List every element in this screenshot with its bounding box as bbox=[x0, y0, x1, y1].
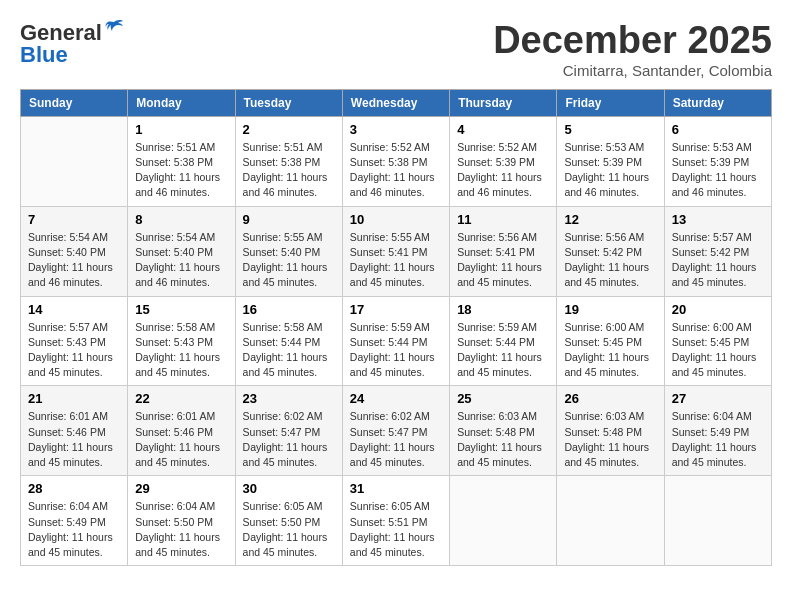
day-number: 12 bbox=[564, 212, 656, 227]
day-info: Sunrise: 6:03 AMSunset: 5:48 PMDaylight:… bbox=[564, 409, 656, 470]
calendar-cell: 8Sunrise: 5:54 AMSunset: 5:40 PMDaylight… bbox=[128, 206, 235, 296]
day-number: 9 bbox=[243, 212, 335, 227]
day-number: 25 bbox=[457, 391, 549, 406]
day-number: 19 bbox=[564, 302, 656, 317]
calendar-cell: 9Sunrise: 5:55 AMSunset: 5:40 PMDaylight… bbox=[235, 206, 342, 296]
day-info: Sunrise: 5:59 AMSunset: 5:44 PMDaylight:… bbox=[350, 320, 442, 381]
column-header-tuesday: Tuesday bbox=[235, 89, 342, 116]
calendar-cell: 28Sunrise: 6:04 AMSunset: 5:49 PMDayligh… bbox=[21, 476, 128, 566]
title-area: December 2025 Cimitarra, Santander, Colo… bbox=[493, 20, 772, 79]
month-title: December 2025 bbox=[493, 20, 772, 62]
day-info: Sunrise: 6:05 AMSunset: 5:51 PMDaylight:… bbox=[350, 499, 442, 560]
calendar-cell: 31Sunrise: 6:05 AMSunset: 5:51 PMDayligh… bbox=[342, 476, 449, 566]
day-info: Sunrise: 6:01 AMSunset: 5:46 PMDaylight:… bbox=[135, 409, 227, 470]
column-header-friday: Friday bbox=[557, 89, 664, 116]
calendar-cell: 6Sunrise: 5:53 AMSunset: 5:39 PMDaylight… bbox=[664, 116, 771, 206]
day-number: 15 bbox=[135, 302, 227, 317]
day-info: Sunrise: 6:05 AMSunset: 5:50 PMDaylight:… bbox=[243, 499, 335, 560]
logo-bird-icon bbox=[103, 18, 125, 40]
calendar-cell bbox=[21, 116, 128, 206]
day-number: 6 bbox=[672, 122, 764, 137]
day-number: 14 bbox=[28, 302, 120, 317]
calendar-cell: 22Sunrise: 6:01 AMSunset: 5:46 PMDayligh… bbox=[128, 386, 235, 476]
day-number: 18 bbox=[457, 302, 549, 317]
day-info: Sunrise: 5:54 AMSunset: 5:40 PMDaylight:… bbox=[28, 230, 120, 291]
day-number: 7 bbox=[28, 212, 120, 227]
day-info: Sunrise: 6:01 AMSunset: 5:46 PMDaylight:… bbox=[28, 409, 120, 470]
header-row: SundayMondayTuesdayWednesdayThursdayFrid… bbox=[21, 89, 772, 116]
calendar-cell: 12Sunrise: 5:56 AMSunset: 5:42 PMDayligh… bbox=[557, 206, 664, 296]
day-info: Sunrise: 5:53 AMSunset: 5:39 PMDaylight:… bbox=[672, 140, 764, 201]
calendar-cell: 21Sunrise: 6:01 AMSunset: 5:46 PMDayligh… bbox=[21, 386, 128, 476]
day-number: 8 bbox=[135, 212, 227, 227]
calendar-cell: 16Sunrise: 5:58 AMSunset: 5:44 PMDayligh… bbox=[235, 296, 342, 386]
day-number: 30 bbox=[243, 481, 335, 496]
day-info: Sunrise: 5:55 AMSunset: 5:40 PMDaylight:… bbox=[243, 230, 335, 291]
day-number: 5 bbox=[564, 122, 656, 137]
week-row-2: 7Sunrise: 5:54 AMSunset: 5:40 PMDaylight… bbox=[21, 206, 772, 296]
day-info: Sunrise: 5:58 AMSunset: 5:43 PMDaylight:… bbox=[135, 320, 227, 381]
day-info: Sunrise: 5:52 AMSunset: 5:39 PMDaylight:… bbox=[457, 140, 549, 201]
day-info: Sunrise: 6:02 AMSunset: 5:47 PMDaylight:… bbox=[243, 409, 335, 470]
calendar-table: SundayMondayTuesdayWednesdayThursdayFrid… bbox=[20, 89, 772, 566]
logo: General Blue bbox=[20, 20, 125, 68]
day-info: Sunrise: 6:04 AMSunset: 5:50 PMDaylight:… bbox=[135, 499, 227, 560]
day-number: 21 bbox=[28, 391, 120, 406]
day-info: Sunrise: 5:59 AMSunset: 5:44 PMDaylight:… bbox=[457, 320, 549, 381]
day-info: Sunrise: 6:00 AMSunset: 5:45 PMDaylight:… bbox=[672, 320, 764, 381]
day-info: Sunrise: 6:03 AMSunset: 5:48 PMDaylight:… bbox=[457, 409, 549, 470]
week-row-4: 21Sunrise: 6:01 AMSunset: 5:46 PMDayligh… bbox=[21, 386, 772, 476]
day-number: 13 bbox=[672, 212, 764, 227]
day-number: 16 bbox=[243, 302, 335, 317]
day-info: Sunrise: 5:57 AMSunset: 5:43 PMDaylight:… bbox=[28, 320, 120, 381]
day-number: 22 bbox=[135, 391, 227, 406]
day-info: Sunrise: 5:56 AMSunset: 5:41 PMDaylight:… bbox=[457, 230, 549, 291]
calendar-cell: 24Sunrise: 6:02 AMSunset: 5:47 PMDayligh… bbox=[342, 386, 449, 476]
calendar-cell: 11Sunrise: 5:56 AMSunset: 5:41 PMDayligh… bbox=[450, 206, 557, 296]
calendar-cell: 25Sunrise: 6:03 AMSunset: 5:48 PMDayligh… bbox=[450, 386, 557, 476]
day-info: Sunrise: 5:51 AMSunset: 5:38 PMDaylight:… bbox=[243, 140, 335, 201]
calendar-cell: 4Sunrise: 5:52 AMSunset: 5:39 PMDaylight… bbox=[450, 116, 557, 206]
day-number: 29 bbox=[135, 481, 227, 496]
column-header-sunday: Sunday bbox=[21, 89, 128, 116]
column-header-wednesday: Wednesday bbox=[342, 89, 449, 116]
week-row-5: 28Sunrise: 6:04 AMSunset: 5:49 PMDayligh… bbox=[21, 476, 772, 566]
calendar-cell bbox=[664, 476, 771, 566]
calendar-cell: 10Sunrise: 5:55 AMSunset: 5:41 PMDayligh… bbox=[342, 206, 449, 296]
calendar-cell: 27Sunrise: 6:04 AMSunset: 5:49 PMDayligh… bbox=[664, 386, 771, 476]
calendar-cell: 26Sunrise: 6:03 AMSunset: 5:48 PMDayligh… bbox=[557, 386, 664, 476]
logo-blue: Blue bbox=[20, 42, 68, 68]
day-info: Sunrise: 6:04 AMSunset: 5:49 PMDaylight:… bbox=[672, 409, 764, 470]
day-info: Sunrise: 5:58 AMSunset: 5:44 PMDaylight:… bbox=[243, 320, 335, 381]
day-number: 1 bbox=[135, 122, 227, 137]
calendar-cell: 18Sunrise: 5:59 AMSunset: 5:44 PMDayligh… bbox=[450, 296, 557, 386]
calendar-cell: 29Sunrise: 6:04 AMSunset: 5:50 PMDayligh… bbox=[128, 476, 235, 566]
header: General Blue December 2025 Cimitarra, Sa… bbox=[20, 20, 772, 79]
calendar-cell: 20Sunrise: 6:00 AMSunset: 5:45 PMDayligh… bbox=[664, 296, 771, 386]
day-number: 23 bbox=[243, 391, 335, 406]
day-number: 27 bbox=[672, 391, 764, 406]
calendar-cell: 15Sunrise: 5:58 AMSunset: 5:43 PMDayligh… bbox=[128, 296, 235, 386]
calendar-cell: 19Sunrise: 6:00 AMSunset: 5:45 PMDayligh… bbox=[557, 296, 664, 386]
column-header-saturday: Saturday bbox=[664, 89, 771, 116]
calendar-cell bbox=[557, 476, 664, 566]
day-info: Sunrise: 6:00 AMSunset: 5:45 PMDaylight:… bbox=[564, 320, 656, 381]
day-info: Sunrise: 5:51 AMSunset: 5:38 PMDaylight:… bbox=[135, 140, 227, 201]
day-info: Sunrise: 5:57 AMSunset: 5:42 PMDaylight:… bbox=[672, 230, 764, 291]
day-info: Sunrise: 6:04 AMSunset: 5:49 PMDaylight:… bbox=[28, 499, 120, 560]
day-number: 24 bbox=[350, 391, 442, 406]
column-header-monday: Monday bbox=[128, 89, 235, 116]
day-number: 3 bbox=[350, 122, 442, 137]
calendar-cell: 14Sunrise: 5:57 AMSunset: 5:43 PMDayligh… bbox=[21, 296, 128, 386]
day-info: Sunrise: 5:55 AMSunset: 5:41 PMDaylight:… bbox=[350, 230, 442, 291]
week-row-3: 14Sunrise: 5:57 AMSunset: 5:43 PMDayligh… bbox=[21, 296, 772, 386]
day-number: 10 bbox=[350, 212, 442, 227]
calendar-cell: 3Sunrise: 5:52 AMSunset: 5:38 PMDaylight… bbox=[342, 116, 449, 206]
day-info: Sunrise: 6:02 AMSunset: 5:47 PMDaylight:… bbox=[350, 409, 442, 470]
day-number: 28 bbox=[28, 481, 120, 496]
calendar-cell: 30Sunrise: 6:05 AMSunset: 5:50 PMDayligh… bbox=[235, 476, 342, 566]
calendar-cell: 13Sunrise: 5:57 AMSunset: 5:42 PMDayligh… bbox=[664, 206, 771, 296]
day-info: Sunrise: 5:56 AMSunset: 5:42 PMDaylight:… bbox=[564, 230, 656, 291]
subtitle: Cimitarra, Santander, Colombia bbox=[493, 62, 772, 79]
calendar-cell bbox=[450, 476, 557, 566]
